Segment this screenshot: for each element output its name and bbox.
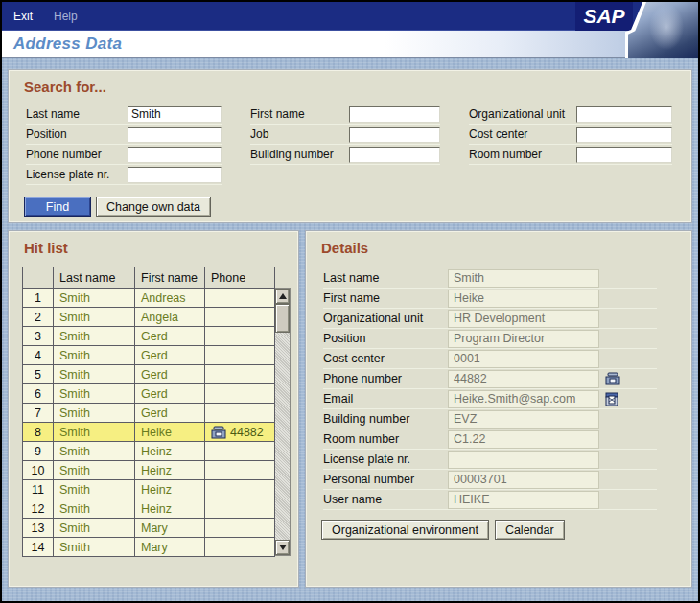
cell-last-name[interactable]: Smith	[54, 480, 135, 499]
cell-first-name[interactable]: Gerd	[135, 346, 205, 365]
cell-last-name[interactable]: Smith	[54, 365, 135, 384]
hit-list-row[interactable]: 11SmithHeinz	[23, 480, 275, 499]
page-title: Address Data	[13, 35, 122, 54]
cell-first-name[interactable]: Heinz	[135, 461, 205, 480]
phone-number-input[interactable]	[128, 147, 222, 163]
dial-phone-button[interactable]	[605, 371, 622, 386]
cell-last-name[interactable]: Smith	[54, 423, 135, 442]
cell-phone[interactable]	[205, 499, 275, 519]
row-number[interactable]: 1	[23, 289, 54, 308]
cell-first-name[interactable]: Mary	[135, 538, 205, 557]
cell-last-name[interactable]: Smith	[54, 461, 135, 480]
hit-list-row[interactable]: 3SmithGerd	[23, 327, 275, 346]
row-number[interactable]: 12	[23, 499, 54, 519]
hit-list-heading: Hit list	[24, 240, 298, 256]
cell-phone[interactable]	[205, 384, 275, 404]
cell-phone[interactable]	[205, 480, 275, 499]
row-number[interactable]: 14	[23, 538, 54, 557]
cell-last-name[interactable]: Smith	[54, 519, 135, 538]
cell-last-name[interactable]: Smith	[54, 499, 135, 519]
cell-phone[interactable]	[205, 308, 275, 327]
row-number[interactable]: 8	[23, 423, 54, 442]
cell-first-name[interactable]: Angela	[135, 308, 205, 327]
hit-list-row[interactable]: 1SmithAndreas	[23, 289, 275, 308]
cell-first-name[interactable]: Andreas	[135, 289, 205, 308]
hit-list-row[interactable]: 2SmithAngela	[23, 308, 275, 327]
cell-phone[interactable]	[205, 442, 275, 461]
cell-first-name[interactable]: Heinz	[135, 442, 205, 461]
cell-phone[interactable]	[205, 365, 275, 384]
scrollbar-thumb[interactable]	[275, 304, 290, 333]
cell-phone[interactable]	[205, 538, 275, 557]
phone-icon	[211, 426, 226, 439]
cell-last-name[interactable]: Smith	[54, 538, 135, 557]
cell-phone[interactable]	[205, 289, 275, 308]
building-number-input[interactable]	[349, 147, 440, 163]
cell-last-name[interactable]: Smith	[54, 384, 135, 404]
cell-last-name[interactable]: Smith	[54, 308, 135, 327]
row-number[interactable]: 9	[23, 442, 54, 461]
hit-list-row[interactable]: 6SmithGerd	[23, 384, 275, 404]
details-row: First nameHeike	[323, 289, 657, 309]
hit-list-scrollbar[interactable]	[275, 288, 291, 556]
position-input[interactable]	[128, 127, 222, 143]
cell-phone[interactable]	[205, 327, 275, 346]
detail-label: Organizational unit	[323, 312, 448, 325]
cell-phone[interactable]	[205, 404, 275, 423]
organizational-unit-input[interactable]	[576, 106, 672, 123]
last-name-input[interactable]	[128, 106, 222, 123]
row-number[interactable]: 13	[23, 519, 54, 538]
hit-list-row[interactable]: 12SmithHeinz	[23, 499, 275, 519]
cell-phone[interactable]	[205, 461, 275, 480]
hit-list-row[interactable]: 5SmithGerd	[23, 365, 275, 384]
organizational-environment-button[interactable]: Organizational environment	[321, 520, 489, 540]
row-number[interactable]: 7	[23, 404, 54, 423]
cell-last-name[interactable]: Smith	[54, 404, 135, 423]
hit-list-row[interactable]: 10SmithHeinz	[23, 461, 275, 480]
row-number[interactable]: 4	[23, 346, 54, 365]
search-field-row: License plate nr.	[26, 165, 222, 185]
row-number[interactable]: 10	[23, 461, 54, 480]
scroll-up-button[interactable]	[275, 289, 290, 304]
row-number[interactable]: 2	[23, 308, 54, 327]
cell-phone[interactable]	[205, 519, 275, 538]
cell-last-name[interactable]: Smith	[54, 442, 135, 461]
row-number[interactable]: 5	[23, 365, 54, 384]
cell-phone[interactable]: 44882	[205, 423, 275, 442]
find-button[interactable]: Find	[24, 197, 91, 217]
cell-last-name[interactable]: Smith	[54, 289, 135, 308]
cell-first-name[interactable]: Gerd	[135, 365, 205, 384]
menu-item-exit[interactable]: Exit	[13, 10, 33, 23]
scrollbar-track[interactable]	[275, 333, 290, 540]
row-number[interactable]: 3	[23, 327, 54, 346]
row-number[interactable]: 6	[23, 384, 54, 404]
cell-first-name[interactable]: Gerd	[135, 384, 205, 404]
calendar-button[interactable]: Calendar	[495, 520, 565, 540]
hit-list-row[interactable]: 4SmithGerd	[23, 346, 275, 365]
cell-first-name[interactable]: Gerd	[135, 404, 205, 423]
hit-list-row[interactable]: 8SmithHeike44882	[23, 423, 275, 442]
scroll-down-button[interactable]	[275, 540, 290, 555]
hit-list-row[interactable]: 7SmithGerd	[23, 404, 275, 423]
cell-phone[interactable]	[205, 346, 275, 365]
hit-list-row[interactable]: 13SmithMary	[23, 519, 275, 538]
application-window: ExitHelp Address Data SAP Search for... …	[0, 0, 700, 603]
cell-first-name[interactable]: Mary	[135, 519, 205, 538]
cell-first-name[interactable]: Heinz	[135, 499, 205, 519]
cell-first-name[interactable]: Heike	[135, 423, 205, 442]
menu-item-help[interactable]: Help	[54, 10, 78, 23]
send-email-button[interactable]	[605, 391, 622, 406]
cell-first-name[interactable]: Gerd	[135, 327, 205, 346]
hit-list-row[interactable]: 14SmithMary	[23, 538, 275, 557]
job-input[interactable]	[349, 127, 440, 143]
cell-last-name[interactable]: Smith	[54, 327, 135, 346]
hit-list-row[interactable]: 9SmithHeinz	[23, 442, 275, 461]
change-own-data-button[interactable]: Change own data	[96, 197, 211, 217]
license-plate-nr-input[interactable]	[128, 167, 222, 183]
cell-first-name[interactable]: Heinz	[135, 480, 205, 499]
room-number-input[interactable]	[576, 147, 672, 163]
cost-center-input[interactable]	[576, 127, 672, 143]
row-number[interactable]: 11	[23, 480, 54, 499]
first-name-input[interactable]	[349, 106, 440, 123]
cell-last-name[interactable]: Smith	[54, 346, 135, 365]
